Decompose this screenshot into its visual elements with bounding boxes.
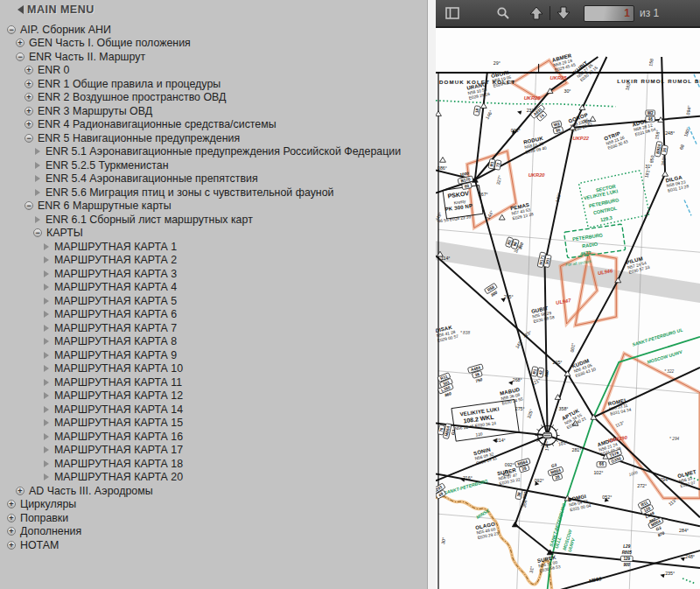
tree-item[interactable]: ENR 5.1 Аэронавигационные предупреждения…: [0, 145, 427, 159]
tree-item-label[interactable]: МАРШРУТНАЯ КАРТА 4: [54, 281, 177, 293]
leaf-arrow-icon[interactable]: [35, 216, 40, 223]
tree-item-label[interactable]: МАРШРУТНАЯ КАРТА 1: [54, 241, 177, 253]
tree-item-label[interactable]: ENR 5 Навигационные предупреждения: [38, 132, 240, 144]
leaf-arrow-icon[interactable]: [35, 148, 40, 155]
tree-item[interactable]: МАРШРУТНАЯ КАРТА 4: [0, 281, 427, 295]
sidebar-toggle-button[interactable]: [441, 3, 464, 24]
page-number-input[interactable]: [584, 5, 634, 22]
tree-item-label[interactable]: ENR 0: [38, 64, 70, 76]
collapse-icon[interactable]: [7, 25, 16, 34]
expand-icon[interactable]: [16, 487, 24, 495]
tree-item[interactable]: МАРШРУТНАЯ КАРТА 20: [0, 471, 427, 485]
leaf-arrow-icon[interactable]: [44, 284, 49, 291]
tree-item-label[interactable]: ENR 5.1 Аэронавигационные предупреждения…: [46, 145, 401, 158]
tree-item-label[interactable]: AIP. Сборник АНИ: [20, 24, 111, 36]
tree-item-label[interactable]: ENR 5.4 Аэронавигационные препятствия: [46, 172, 258, 185]
leaf-arrow-icon[interactable]: [44, 460, 49, 467]
tree-item[interactable]: AD Часть III. Аэродромы: [0, 484, 427, 498]
tree-item[interactable]: МАРШРУТНАЯ КАРТА 2: [0, 254, 427, 268]
tree-item-label[interactable]: ENR 5.6 Миграция птиц и зоны с чувствите…: [46, 186, 334, 199]
tree-item[interactable]: ENR 1 Общие правила и процедуры: [0, 77, 427, 91]
tree-item-label[interactable]: МАРШРУТНАЯ КАРТА 8: [54, 335, 177, 347]
expand-icon[interactable]: [16, 39, 24, 47]
leaf-arrow-icon[interactable]: [35, 175, 40, 182]
tree-item[interactable]: МАРШРУТНАЯ КАРТА 9: [0, 348, 427, 362]
tree-item-label[interactable]: ENR 3 Маршруты ОВД: [38, 105, 152, 117]
tree-item-label[interactable]: МАРШРУТНАЯ КАРТА 2: [54, 254, 177, 266]
leaf-arrow-icon[interactable]: [44, 406, 49, 413]
tree-item[interactable]: МАРШРУТНАЯ КАРТА 12: [0, 389, 427, 403]
tree-item-label[interactable]: ENR 5.2.5 Туркменистан: [46, 159, 168, 172]
tree-item[interactable]: МАРШРУТНАЯ КАРТА 3: [0, 267, 427, 281]
tree-item[interactable]: ENR 2 Воздушное пространство ОВД: [0, 91, 427, 105]
collapse-icon[interactable]: [24, 134, 33, 143]
tree-item[interactable]: AIP. Сборник АНИ: [0, 23, 427, 37]
tree-item[interactable]: МАРШРУТНАЯ КАРТА 5: [0, 294, 427, 308]
tree-item-label[interactable]: МАРШРУТНАЯ КАРТА 12: [54, 389, 183, 402]
tree-item[interactable]: МАРШРУТНАЯ КАРТА 7: [0, 321, 427, 335]
tree-item-label[interactable]: ENR 6.1 Сборный лист маршрутных карт: [46, 214, 253, 226]
collapse-icon[interactable]: [16, 53, 24, 61]
leaf-arrow-icon[interactable]: [44, 325, 49, 332]
tree-item-label[interactable]: МАРШРУТНАЯ КАРТА 3: [54, 268, 177, 280]
tree-item-label[interactable]: МАРШРУТНАЯ КАРТА 14: [54, 403, 183, 416]
expand-icon[interactable]: [24, 120, 33, 129]
collapse-icon[interactable]: [24, 201, 33, 210]
tree-item-label[interactable]: ENR 6 Маршрутные карты: [38, 200, 172, 212]
leaf-arrow-icon[interactable]: [44, 352, 49, 359]
leaf-arrow-icon[interactable]: [35, 162, 40, 169]
leaf-arrow-icon[interactable]: [44, 433, 49, 440]
expand-icon[interactable]: [24, 66, 33, 74]
pane-divider-scrollbar[interactable]: [427, 0, 436, 589]
tree-item-label[interactable]: ENR 2 Воздушное пространство ОВД: [38, 91, 226, 103]
tree-item[interactable]: GEN Часть I. Общие положения: [0, 37, 427, 51]
leaf-arrow-icon[interactable]: [44, 243, 49, 250]
main-menu-header[interactable]: MAIN MENU: [0, 0, 427, 18]
tree-item-label[interactable]: AD Часть III. Аэродромы: [29, 485, 153, 497]
leaf-arrow-icon[interactable]: [44, 473, 49, 480]
tree-item[interactable]: ENR 5.2.5 Туркменистан: [0, 158, 427, 172]
tree-item[interactable]: ENR 4 Радионавигационные средства/систем…: [0, 118, 427, 132]
tree-item[interactable]: Циркуляры: [0, 498, 427, 512]
tree-item-label[interactable]: МАРШРУТНАЯ КАРТА 9: [54, 349, 177, 361]
leaf-arrow-icon[interactable]: [44, 298, 49, 305]
tree-item-label[interactable]: МАРШРУТНАЯ КАРТА 15: [54, 417, 183, 429]
tree-item-label[interactable]: Поправки: [20, 512, 68, 524]
expand-icon[interactable]: [7, 500, 16, 508]
tree-item[interactable]: НОТАМ: [0, 538, 427, 552]
tree-item[interactable]: ENR Часть II. Маршрут: [0, 50, 427, 64]
tree-item-label[interactable]: НОТАМ: [20, 539, 59, 551]
tree-item[interactable]: МАРШРУТНАЯ КАРТА 17: [0, 444, 427, 458]
tree-item[interactable]: ENR 5.6 Миграция птиц и зоны с чувствите…: [0, 186, 427, 200]
tree-item[interactable]: ENR 5.4 Аэронавигационные препятствия: [0, 172, 427, 186]
tree-item-label[interactable]: МАРШРУТНАЯ КАРТА 7: [54, 322, 177, 334]
search-button[interactable]: [492, 3, 514, 24]
tree-item-label[interactable]: МАРШРУТНАЯ КАРТА 5: [54, 295, 177, 307]
collapse-icon[interactable]: [33, 228, 42, 237]
tree-item-label[interactable]: МАРШРУТНАЯ КАРТА 11: [54, 376, 182, 389]
leaf-arrow-icon[interactable]: [44, 379, 49, 386]
tree-item[interactable]: МАРШРУТНАЯ КАРТА 18: [0, 457, 427, 471]
tree-item-label[interactable]: МАРШРУТНАЯ КАРТА 16: [54, 431, 183, 443]
tree-item-label[interactable]: МАРШРУТНАЯ КАРТА 6: [54, 308, 177, 320]
tree-item[interactable]: Дополнения: [0, 525, 427, 539]
tree-item-label[interactable]: МАРШРУТНАЯ КАРТА 18: [54, 458, 183, 470]
leaf-arrow-icon[interactable]: [44, 446, 49, 453]
tree-item-label[interactable]: Дополнения: [20, 525, 81, 537]
tree-item[interactable]: МАРШРУТНАЯ КАРТА 8: [0, 335, 427, 349]
tree-item[interactable]: КАРТЫ: [0, 227, 427, 241]
tree-item[interactable]: МАРШРУТНАЯ КАРТА 11: [0, 375, 427, 389]
tree-item-label[interactable]: ENR 1 Общие правила и процедуры: [38, 78, 220, 90]
tree-item-label[interactable]: КАРТЫ: [46, 227, 83, 239]
expand-icon[interactable]: [7, 527, 16, 536]
leaf-arrow-icon[interactable]: [44, 256, 49, 263]
tree-item[interactable]: МАРШРУТНАЯ КАРТА 1: [0, 240, 427, 254]
leaf-arrow-icon[interactable]: [44, 392, 49, 399]
tree-item[interactable]: МАРШРУТНАЯ КАРТА 15: [0, 417, 427, 431]
expand-icon[interactable]: [24, 80, 33, 88]
chart-page[interactable]: DOMUK KOLET KOLETLUKIR RUMOL RUMOL BLUFA…: [436, 28, 700, 589]
tree-item[interactable]: МАРШРУТНАЯ КАРТА 6: [0, 308, 427, 322]
expand-icon[interactable]: [7, 514, 16, 522]
tree-item-label[interactable]: GEN Часть I. Общие положения: [29, 37, 191, 49]
tree-item-label[interactable]: ENR 4 Радионавигационные средства/систем…: [38, 118, 276, 130]
